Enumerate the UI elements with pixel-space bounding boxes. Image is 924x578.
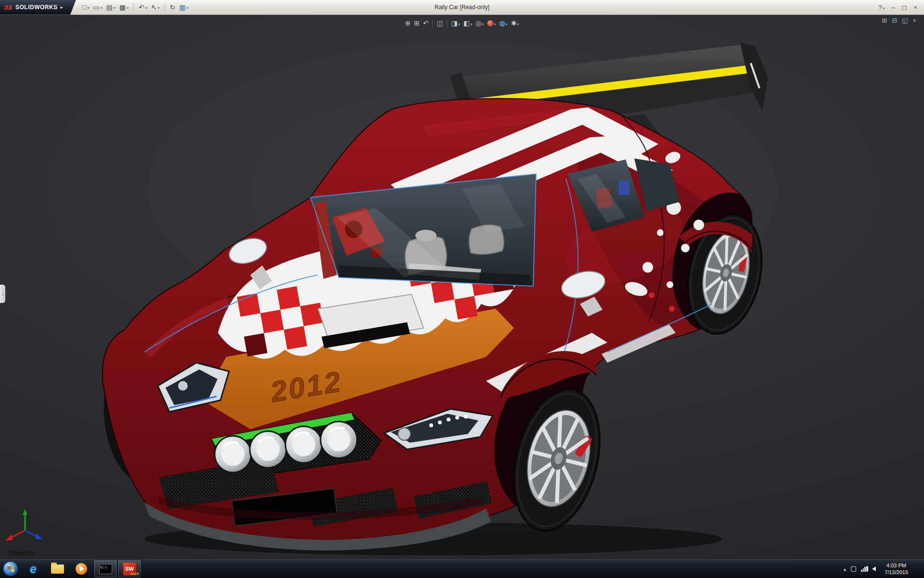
show-hidden-icons-button[interactable]: ▴ — [844, 566, 846, 572]
taskbar-clock[interactable]: 4:03 PM 7/13/2015 — [881, 562, 912, 576]
print-icon: ▦ — [119, 4, 126, 11]
rebuild-icon: ↻ — [170, 4, 176, 11]
view-settings-icon: ✱ — [511, 20, 517, 26]
feature-manager-tab[interactable]: ‹ — [0, 285, 5, 303]
chevron-down-icon[interactable] — [144, 4, 147, 11]
close-button[interactable]: × — [913, 4, 917, 11]
section-view-button[interactable]: ◫ — [436, 19, 444, 27]
section-view-icon: ◫ — [437, 20, 443, 26]
restore-document-button[interactable]: ◱ — [902, 17, 908, 24]
toolbar-separator — [165, 3, 165, 12]
view-orientation-icon: ◨ — [451, 20, 458, 26]
hide-show-items-icon: ◎ — [475, 20, 481, 26]
start-button[interactable] — [0, 560, 21, 578]
chevron-down-icon[interactable] — [494, 19, 496, 27]
brand-text: SOLIDWORKS — [15, 4, 58, 11]
folder-icon — [51, 565, 64, 574]
internet-explorer-icon: e — [30, 562, 37, 576]
media-player-icon — [76, 563, 87, 575]
undo-button[interactable]: ↶ — [137, 3, 149, 12]
taskbar: e C:\ SW 2015 ▴ 4:03 PM 7/13/2015 — [0, 559, 924, 578]
toolbar-separator — [433, 20, 433, 26]
action-center-icon[interactable] — [851, 566, 856, 572]
display-style-icon: ◧ — [463, 20, 470, 26]
chevron-down-icon[interactable] — [470, 19, 472, 27]
chevron-down-icon[interactable] — [883, 4, 885, 11]
chevron-down-icon[interactable] — [157, 4, 160, 11]
open-document-button[interactable]: ▭ — [91, 3, 103, 12]
clock-date: 7/13/2015 — [885, 569, 908, 576]
chevron-down-icon[interactable] — [86, 4, 89, 11]
brand-arrow-icon: ▸ — [61, 5, 63, 10]
toolbar-separator — [133, 3, 134, 12]
chevron-down-icon[interactable] — [100, 4, 103, 11]
select-cursor-icon: ↖ — [151, 4, 157, 11]
window-controls: ? – ◻ × — [878, 4, 924, 11]
minimize-document-button[interactable]: ⊟ — [892, 17, 897, 24]
taskbar-item-media-player[interactable] — [69, 560, 93, 578]
taskbar-item-file-explorer[interactable] — [45, 560, 69, 578]
chevron-down-icon[interactable] — [186, 4, 189, 11]
view-orientation-button[interactable]: ◨ — [450, 18, 461, 28]
volume-icon[interactable] — [872, 566, 876, 571]
window-title: Rally Car [Read-only] — [435, 4, 489, 11]
undo-icon: ↶ — [139, 4, 144, 11]
zoom-to-area-icon: ⊞ — [414, 20, 420, 26]
clock-time: 4:03 PM — [885, 562, 908, 569]
chevron-down-icon[interactable] — [517, 19, 519, 27]
taskbar-item-command-prompt[interactable]: C:\ — [93, 560, 117, 578]
viewport-3d[interactable]: 2012 — [0, 15, 924, 559]
taskbar-item-solidworks[interactable]: SW 2015 — [117, 560, 141, 578]
save-button[interactable]: ▤ — [105, 3, 117, 12]
cascade-windows-button[interactable]: ⊞ — [882, 17, 887, 24]
taskbar-apps: e C:\ SW 2015 — [21, 560, 141, 578]
dassault-logo-icon: ЗS — [4, 4, 13, 11]
options-icon: ▥ — [179, 4, 185, 11]
restore-button[interactable]: ◻ — [902, 4, 907, 11]
chevron-down-icon[interactable] — [126, 4, 128, 11]
taskbar-item-internet-explorer[interactable]: e — [21, 560, 45, 578]
document-window-controls: ⊞ ⊟ ◱ × — [882, 17, 916, 24]
view-settings-button[interactable]: ✱ — [510, 18, 520, 28]
zoom-to-fit-button[interactable]: ⊕ — [404, 19, 411, 27]
help-button[interactable]: ? — [878, 4, 885, 11]
chevron-down-icon[interactable] — [113, 4, 116, 11]
edit-appearance-button[interactable] — [487, 18, 497, 28]
rebuild-button[interactable]: ↻ — [168, 3, 177, 12]
new-document-icon: □ — [82, 4, 86, 11]
main-toolbar: □ ▭ ▤ ▦ ↶ ↖ ↻ ▥ — [81, 3, 190, 12]
options-button[interactable]: ▥ — [178, 3, 190, 12]
open-document-icon: ▭ — [93, 4, 99, 11]
edit-appearance-icon — [488, 20, 494, 26]
select-button[interactable]: ↖ — [150, 3, 161, 12]
solidworks-logo: ЗS SOLIDWORKS ▸ — [0, 0, 76, 15]
orientation-triad — [6, 509, 42, 540]
toolbar-separator — [447, 20, 448, 26]
windows-orb-icon — [3, 561, 18, 577]
apply-scene-icon: ◍ — [500, 20, 505, 26]
save-icon: ▤ — [106, 4, 113, 11]
display-style-button[interactable]: ◧ — [462, 18, 473, 28]
previous-view-button[interactable]: ↶ — [422, 19, 430, 27]
chevron-down-icon[interactable] — [505, 19, 508, 27]
minimize-button[interactable]: – — [891, 4, 895, 11]
chevron-down-icon[interactable] — [458, 19, 460, 27]
solidworks-year-badge: 2015 — [130, 572, 139, 576]
view-orientation-label: *Dimetric — [8, 549, 35, 557]
zoom-to-fit-icon: ⊕ — [405, 20, 411, 26]
chevron-down-icon[interactable] — [482, 19, 484, 27]
previous-view-icon: ↶ — [423, 20, 429, 26]
new-document-button[interactable]: □ — [81, 3, 90, 12]
titlebar: ЗS SOLIDWORKS ▸ □ ▭ ▤ ▦ ↶ ↖ ↻ ▥ Rally Ca… — [0, 0, 924, 15]
close-document-button[interactable]: × — [912, 17, 916, 24]
command-prompt-icon: C:\ — [99, 564, 112, 574]
hide-show-items-button[interactable]: ◎ — [475, 18, 485, 28]
rally-car-model[interactable]: 2012 — [0, 15, 924, 559]
zoom-to-area-button[interactable]: ⊞ — [413, 19, 421, 27]
screen: ЗS SOLIDWORKS ▸ □ ▭ ▤ ▦ ↶ ↖ ↻ ▥ Rally Ca… — [0, 0, 924, 578]
help-icon: ? — [878, 4, 882, 11]
print-button[interactable]: ▦ — [118, 3, 130, 12]
apply-scene-button[interactable]: ◍ — [499, 18, 509, 28]
system-tray: ▴ 4:03 PM 7/13/2015 — [844, 560, 924, 578]
heads-up-view-toolbar: ⊕ ⊞ ↶ ◫ ◨ ◧ ◎ ◍ ✱ — [401, 17, 523, 29]
